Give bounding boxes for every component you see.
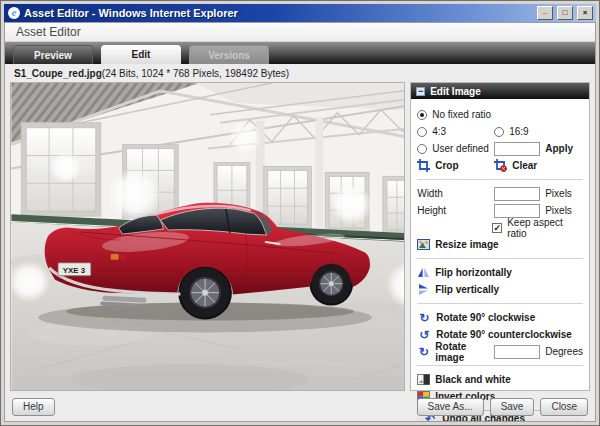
height-label: Height (417, 205, 494, 216)
app-header: Asset Editor (5, 23, 595, 42)
tab-edit[interactable]: Edit (101, 45, 181, 64)
width-input[interactable] (494, 187, 540, 201)
asset-photo: YXE 3 (10, 82, 405, 391)
radio-4-3[interactable] (417, 127, 427, 137)
tab-versions: Versions (189, 45, 269, 64)
panel-title: Edit Image (430, 86, 481, 97)
app-window: e Asset Editor - Windows Internet Explor… (0, 0, 600, 426)
divider (417, 179, 583, 180)
width-label: Width (417, 188, 494, 199)
resize-row: Resize image (417, 236, 583, 253)
footer-bar: Help Save As... Save Close (5, 391, 595, 422)
titlebar[interactable]: e Asset Editor - Windows Internet Explor… (4, 4, 596, 22)
minimize-button[interactable]: _ (537, 6, 553, 20)
resize-image-icon (417, 238, 430, 251)
close-window-button[interactable]: × (577, 6, 593, 20)
radio-user-defined-label[interactable]: User defined (432, 143, 489, 154)
radio-no-fixed-ratio[interactable] (417, 110, 427, 120)
degrees-label: Degrees (545, 346, 583, 357)
divider (417, 365, 583, 366)
flip-horizontal-row: Flip horizontally (417, 264, 583, 281)
maximize-button[interactable]: □ (557, 6, 573, 20)
content-area: YXE 3 (5, 82, 595, 391)
black-white-row: Black and white (417, 371, 583, 388)
ratio-row-user-defined: User defined Apply (417, 140, 583, 157)
clear-button[interactable]: Clear (494, 159, 537, 172)
file-info-bar: S1_Coupe_red.jpg (24 Bits, 1024 * 768 Pi… (5, 64, 595, 82)
width-row: Width Pixels (417, 185, 583, 202)
user-defined-ratio-input[interactable] (494, 142, 540, 156)
height-unit-label: Pixels (545, 205, 572, 216)
close-button[interactable]: Close (540, 398, 588, 416)
edit-image-panel: − Edit Image No fixed ratio 4:3 (410, 82, 590, 391)
resize-image-button[interactable]: Resize image (417, 238, 498, 251)
edit-image-panel-header: − Edit Image (411, 83, 589, 99)
tab-bar: Preview Edit Versions (5, 42, 595, 64)
edit-image-panel-body: No fixed ratio 4:3 16:9 User defin (411, 99, 589, 422)
tab-preview[interactable]: Preview (13, 45, 93, 64)
width-unit-label: Pixels (545, 188, 572, 199)
clear-crop-icon (494, 159, 507, 172)
radio-16-9[interactable] (494, 127, 504, 137)
radio-user-defined[interactable] (417, 144, 427, 154)
file-name: S1_Coupe_red.jpg (14, 68, 102, 79)
flip-horizontal-button[interactable]: Flip horizontally (417, 266, 512, 279)
flip-horizontal-icon (417, 266, 430, 279)
rotate-degrees-input[interactable] (494, 345, 540, 359)
rotate-cw-row: ↻ Rotate 90° clockwise (417, 309, 583, 326)
height-input[interactable] (494, 204, 540, 218)
rotate-cw-button[interactable]: ↻ Rotate 90° clockwise (417, 312, 535, 324)
rotate-image-button[interactable]: ↻ Rotate image (417, 341, 494, 363)
ratio-row-no-fixed: No fixed ratio (417, 106, 583, 123)
rotate-ccw-button[interactable]: ↺ Rotate 90° counterclockwise (417, 329, 572, 341)
collapse-icon[interactable]: − (416, 87, 425, 96)
help-button[interactable]: Help (12, 398, 55, 416)
save-button[interactable]: Save (490, 398, 535, 416)
flip-vertical-row: Flip vertically (417, 281, 583, 298)
crop-button[interactable]: Crop (417, 159, 458, 172)
front-wheel (311, 264, 351, 304)
keep-aspect-row: ✓ Keep aspect ratio (417, 219, 583, 236)
crop-row: Crop Clear (417, 157, 583, 174)
black-white-icon (417, 373, 430, 386)
flip-vertical-button[interactable]: Flip vertically (417, 283, 499, 296)
ratio-row-presets: 4:3 16:9 (417, 123, 583, 140)
save-as-button[interactable]: Save As... (417, 398, 484, 416)
radio-16-9-label[interactable]: 16:9 (509, 126, 528, 137)
radio-4-3-label[interactable]: 4:3 (432, 126, 446, 137)
ie-logo-icon: e (8, 7, 20, 19)
license-plate-text: YXE 3 (63, 266, 86, 275)
black-white-button[interactable]: Black and white (417, 373, 511, 386)
radio-no-fixed-ratio-label[interactable]: No fixed ratio (432, 109, 491, 120)
rotate-image-icon: ↻ (417, 346, 430, 358)
apply-button[interactable]: Apply (545, 143, 573, 154)
asset-photo-illustration: YXE 3 (11, 83, 405, 390)
window-title: Asset Editor - Windows Internet Explorer (24, 7, 533, 19)
divider (417, 258, 583, 259)
page-title: Asset Editor (16, 25, 81, 39)
crop-icon (417, 159, 430, 172)
flip-vertical-icon (417, 283, 430, 296)
file-details: (24 Bits, 1024 * 768 Pixels, 198492 Byte… (102, 68, 289, 79)
keep-aspect-checkbox[interactable]: ✓ (492, 223, 502, 233)
rotate-cw-icon: ↻ (417, 312, 431, 324)
rear-wheel (180, 268, 230, 318)
divider (417, 303, 583, 304)
rotate-ccw-icon: ↺ (417, 329, 431, 341)
app-frame: Asset Editor Preview Edit Versions S1_Co… (4, 22, 596, 422)
rotate-image-row: ↻ Rotate image Degrees (417, 343, 583, 360)
